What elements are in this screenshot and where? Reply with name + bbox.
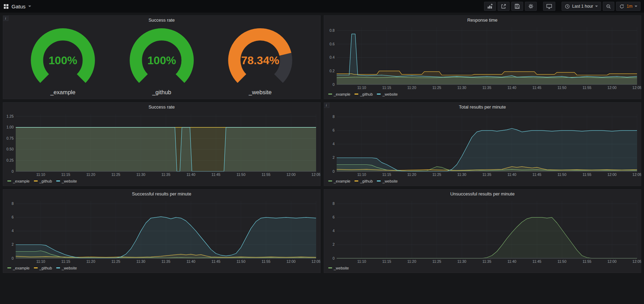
panel-title[interactable]: Successful results per minute [132, 191, 191, 197]
legend-label: _website [382, 179, 397, 183]
legend-item-_website[interactable]: _website [377, 179, 397, 183]
refresh-caret-icon [635, 6, 637, 7]
legend-swatch-icon [354, 180, 358, 181]
svg-text:11:45: 11:45 [532, 259, 541, 264]
total-results-chart[interactable]: 11:1011:1511:2011:2511:3011:3511:4011:45… [324, 111, 641, 178]
svg-text:11:50: 11:50 [236, 259, 246, 264]
panel-info-icon[interactable]: i [3, 16, 8, 21]
navbar-left: Gatus [3, 3, 31, 9]
legend-swatch-icon [377, 180, 381, 181]
svg-text:11:35: 11:35 [161, 259, 170, 264]
svg-text:11:50: 11:50 [557, 86, 566, 90]
panel-title[interactable]: Total results per minute [459, 104, 506, 110]
gauge-_github: 100%_github [121, 27, 203, 97]
dashboard-title[interactable]: Gatus [12, 3, 25, 9]
panel-success-rate-gauges: i Success rate 100%_example100%_github78… [3, 15, 321, 99]
legend-label: _website [62, 179, 77, 183]
svg-text:11:45: 11:45 [532, 86, 541, 90]
add-panel-button[interactable] [484, 2, 496, 11]
legend-item-_website[interactable]: _website [377, 92, 397, 96]
svg-text:_website: _website [249, 89, 272, 96]
svg-text:11:10: 11:10 [36, 259, 45, 264]
total-results-legend: _example_github_website [324, 178, 641, 186]
svg-text:1.00: 1.00 [7, 125, 14, 129]
svg-text:6: 6 [12, 215, 14, 219]
refresh-picker-button[interactable]: 1m [616, 2, 641, 11]
panel-title[interactable]: Success rate [148, 104, 175, 110]
legend-item-_website[interactable]: _website [56, 266, 77, 270]
legend-item-_website[interactable]: _website [56, 179, 77, 183]
svg-text:1.25: 1.25 [7, 114, 14, 118]
dashboard-settings-button[interactable] [525, 2, 537, 11]
panel-header: Success rate [3, 103, 320, 111]
panel-header: Successful results per minute [3, 190, 320, 198]
svg-text:12:05: 12:05 [632, 86, 641, 90]
svg-text:11:20: 11:20 [86, 172, 95, 177]
svg-text:12:05: 12:05 [312, 172, 320, 177]
svg-text:11:35: 11:35 [482, 172, 491, 177]
time-range-label: Last 1 hour [572, 4, 593, 9]
svg-text:12:05: 12:05 [632, 172, 641, 177]
dashboard-title-caret-icon[interactable] [28, 6, 31, 7]
svg-text:4: 4 [12, 229, 14, 233]
legend-item-_github[interactable]: _github [34, 179, 52, 183]
svg-text:12:00: 12:00 [607, 259, 616, 264]
svg-text:0.50: 0.50 [7, 147, 14, 151]
svg-text:8: 8 [332, 114, 335, 119]
svg-text:11:10: 11:10 [357, 259, 366, 264]
panel-title[interactable]: Unsuccessful results per minute [450, 191, 514, 197]
svg-text:0: 0 [12, 256, 14, 260]
svg-text:11:45: 11:45 [212, 172, 221, 177]
dashboard-grid-icon [3, 4, 9, 9]
panel-title[interactable]: Response time [467, 17, 498, 23]
svg-text:11:40: 11:40 [186, 259, 196, 264]
svg-text:0: 0 [332, 169, 335, 173]
panel-header: Total results per minute [324, 103, 641, 111]
success-rate-chart[interactable]: 11:1011:1511:2011:2511:3011:3511:4011:45… [3, 111, 320, 178]
legend-label: _website [62, 266, 77, 270]
svg-text:11:55: 11:55 [262, 259, 271, 264]
save-dashboard-button[interactable] [511, 2, 523, 11]
svg-text:11:30: 11:30 [137, 259, 146, 264]
svg-text:11:20: 11:20 [86, 259, 95, 264]
legend-label: _website [382, 92, 397, 96]
response-time-chart[interactable]: 11:1011:1511:2011:2511:3011:3511:4011:45… [324, 24, 641, 91]
svg-text:11:30: 11:30 [137, 172, 146, 177]
unsuccessful-results-chart[interactable]: 11:1011:1511:2011:2511:3011:3511:4011:45… [324, 198, 641, 265]
legend-item-_example[interactable]: _example [7, 266, 30, 270]
legend-swatch-icon [7, 180, 11, 181]
legend-item-_example[interactable]: _example [7, 179, 30, 183]
legend-item-_github[interactable]: _github [34, 266, 52, 270]
legend-item-_github[interactable]: _github [354, 179, 373, 183]
panel-info-icon[interactable]: i [324, 103, 329, 108]
svg-text:_example: _example [50, 89, 75, 96]
panel-success-rate-timeseries: Success rate 11:1011:1511:2011:2511:3011… [3, 102, 321, 186]
svg-text:12:05: 12:05 [632, 259, 641, 264]
svg-text:6: 6 [332, 128, 335, 132]
svg-text:11:40: 11:40 [507, 86, 516, 90]
time-range-picker-button[interactable]: Last 1 hour [562, 2, 601, 11]
successful-results-chart[interactable]: 11:1011:1511:2011:2511:3011:3511:4011:45… [3, 198, 320, 265]
panel-title[interactable]: Success rate [148, 17, 175, 23]
legend-item-_website[interactable]: _website [328, 266, 349, 270]
share-dashboard-button[interactable] [498, 2, 510, 11]
zoom-out-button[interactable] [603, 2, 614, 11]
panel-response-time: Response time 11:1011:1511:2011:2511:301… [324, 15, 642, 99]
svg-text:11:10: 11:10 [357, 86, 366, 90]
panel-successful-results: Successful results per minute 11:1011:15… [3, 189, 321, 273]
svg-text:11:25: 11:25 [432, 172, 441, 177]
legend-swatch-icon [354, 94, 358, 95]
legend-item-_example[interactable]: _example [328, 92, 351, 96]
legend-item-_example[interactable]: _example [328, 179, 351, 183]
svg-text:11:25: 11:25 [432, 86, 441, 90]
legend-item-_github[interactable]: _github [354, 92, 373, 96]
svg-text:4: 4 [332, 142, 335, 146]
svg-text:11:40: 11:40 [186, 172, 196, 177]
svg-text:0.2: 0.2 [329, 69, 335, 73]
svg-text:12:00: 12:00 [286, 259, 295, 264]
cycle-view-mode-button[interactable] [543, 2, 555, 11]
svg-text:100%: 100% [49, 54, 77, 67]
refresh-icon [619, 4, 624, 9]
legend-label: _github [39, 179, 52, 183]
svg-text:0.8: 0.8 [329, 28, 335, 32]
